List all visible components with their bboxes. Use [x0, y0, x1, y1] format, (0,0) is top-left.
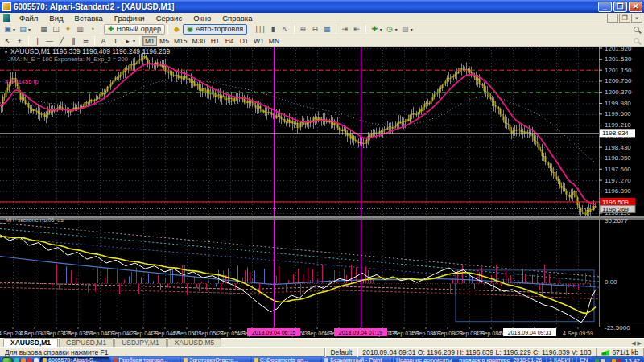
price-chart[interactable]: 1201.9201201.5301201.1501200.7601200.370…: [0, 47, 644, 338]
zoom-out-button[interactable]: ⊖: [309, 24, 321, 35]
text-label-tool-button[interactable]: T: [109, 35, 122, 46]
chart-tab-usdjpy-m1[interactable]: USDJPY,M1: [114, 338, 167, 347]
tray-icon-1[interactable]: [595, 359, 599, 362]
text-tool-button[interactable]: A: [97, 35, 109, 46]
timeframe-h4-button[interactable]: H4: [222, 36, 237, 46]
tray-icon-3[interactable]: [606, 359, 610, 362]
terminal-button[interactable]: ▥: [74, 24, 86, 35]
tab-scroll-left-button[interactable]: ◀: [631, 340, 635, 347]
tray-icon-5[interactable]: [617, 359, 621, 362]
chart-shift-button[interactable]: ⇤: [351, 24, 363, 35]
new-order-icon: ✚: [108, 24, 114, 34]
menu-вставка[interactable]: Вставка: [69, 13, 109, 23]
timeframe-w1-button[interactable]: W1: [251, 36, 266, 46]
timeframe-m15-button[interactable]: M15: [171, 36, 190, 46]
crosshair-tool-button[interactable]: +: [14, 35, 26, 46]
mdi-minimize-button[interactable]: –: [607, 14, 618, 23]
taskbar-task-button[interactable]: ЗаготовкиОтвето...: [181, 357, 250, 362]
taskbar-task-button[interactable]: Пробная торговл...: [111, 357, 180, 362]
periods-button[interactable]: ◷: [384, 24, 396, 35]
taskbar-task-button[interactable]: C:\Documents an...: [252, 357, 321, 362]
timeframe-m5-button[interactable]: M5: [157, 36, 171, 46]
dropdown-arrow-icon[interactable]: ▾: [411, 27, 415, 32]
line-chart-mode-button[interactable]: ∿: [279, 24, 291, 35]
auto-scroll-button[interactable]: ⇥: [339, 24, 351, 35]
autotrading-button[interactable]: ◉Авто-торговля: [183, 24, 247, 35]
indicators-button[interactable]: ✚: [369, 24, 381, 35]
zoom-in-button[interactable]: ⊕: [297, 24, 309, 35]
timeframe-mn-button[interactable]: MN: [266, 36, 282, 46]
autotrading-icon: ◉: [187, 24, 193, 34]
arrows-tool-button[interactable]: ▸: [122, 35, 134, 46]
tab-scroll-right-button[interactable]: ▶: [638, 340, 642, 347]
tray-icon-2[interactable]: [601, 359, 605, 362]
minimize-button[interactable]: _: [598, 2, 612, 12]
quick-launch-icon-4[interactable]: [34, 358, 39, 362]
chart-tab-bar: XAUUSD,M1GBPUSD,M1USDJPY,M1XAUUSD,M5◀▶: [0, 338, 644, 347]
horizontal-line-tool-button[interactable]: ―: [43, 35, 56, 46]
channel-tool-button[interactable]: ∥: [68, 35, 80, 46]
menu-сервис[interactable]: Сервис: [151, 13, 188, 23]
bar-chart-mode-button[interactable]: ∣∣∣: [253, 24, 267, 35]
new-chart-button[interactable]: ▣: [2, 24, 14, 35]
ask-price-value: 1196.509: [602, 199, 629, 206]
mdi-window-controls: –❐×: [607, 14, 644, 23]
timeframe-h1-button[interactable]: H1: [208, 36, 222, 46]
price-axis-label: 1197.270: [605, 177, 631, 184]
timeframe-m30-button[interactable]: M30: [190, 36, 208, 46]
candlestick-mode-button[interactable]: ▮: [267, 24, 279, 35]
task-icon: [254, 358, 258, 362]
templates-button[interactable]: ▨: [399, 24, 411, 35]
chart-tab-xauusd-m1[interactable]: XAUUSD,M1: [3, 338, 58, 347]
taskbar-task-button[interactable]: 6005570: Alpari-S...: [40, 357, 109, 362]
quick-launch-icon-2[interactable]: [21, 358, 26, 362]
market-watch-button[interactable]: ▦: [38, 24, 50, 35]
quick-launch-icon-3[interactable]: [27, 358, 32, 362]
price-axis-label: 1198.430: [605, 144, 631, 151]
price-axis-label: 1201.920: [605, 47, 632, 52]
system-tray: 13:42: [592, 356, 642, 362]
app-icon: [2, 2, 11, 11]
menu-файл[interactable]: Файл: [14, 13, 43, 23]
close-button[interactable]: ✕: [629, 2, 642, 12]
search-icon[interactable]: [634, 27, 639, 32]
search-icon-dim[interactable]: [634, 38, 639, 43]
menu-графики[interactable]: Графики: [109, 13, 151, 23]
data-window-button[interactable]: ◫: [50, 24, 62, 35]
menu-окно[interactable]: Окно: [188, 13, 217, 23]
start-button[interactable]: [2, 357, 13, 362]
dropdown-arrow-icon[interactable]: ▾: [28, 27, 32, 32]
chart-area[interactable]: 1201.9201201.5301201.1501200.7601200.370…: [0, 47, 644, 338]
taskbar-toolbar-label[interactable]: Недавние документы: [393, 357, 454, 362]
taskbar-task-button[interactable]: Безымянный - Paint: [322, 357, 391, 362]
status-profile[interactable]: Default: [325, 348, 357, 357]
fibonacci-tool-button[interactable]: ≣: [80, 35, 92, 46]
mdi-restore-button[interactable]: ❐: [619, 14, 630, 23]
timeframe-m1-button[interactable]: M1: [142, 36, 157, 46]
menu-справка[interactable]: Справка: [217, 13, 258, 23]
metaeditor-button[interactable]: ◆: [171, 24, 183, 35]
timeframe-d1-button[interactable]: D1: [237, 36, 251, 46]
sub-axis-label-1: 0.00: [605, 278, 617, 286]
dropdown-arrow-icon[interactable]: ▾: [133, 38, 137, 43]
tile-windows-button[interactable]: ▦: [321, 24, 333, 35]
taskbar-toolbar-label[interactable]: 1 КАБИН: [546, 357, 575, 362]
menu-вид[interactable]: Вид: [43, 13, 68, 23]
price-axis-label: 1196.890: [605, 187, 631, 195]
quick-launch-icon-1[interactable]: [14, 358, 19, 362]
new-order-button[interactable]: ✚Новый ордер: [104, 24, 165, 35]
trendline-tool-button[interactable]: ╱: [56, 35, 68, 46]
taskbar-toolbar-label[interactable]: EN: [576, 357, 590, 362]
mdi-close-button[interactable]: ×: [631, 14, 642, 23]
chart-tab-xauusd-m5[interactable]: XAUUSD,M5: [167, 338, 222, 347]
maximize-button[interactable]: ❐: [613, 2, 627, 12]
chart-tab-gbpusd-m1[interactable]: GBPUSD,M1: [59, 338, 114, 347]
strategy-tester-button[interactable]: ◔: [86, 24, 98, 35]
navigator-button[interactable]: ✦: [62, 24, 74, 35]
sub-axis-label-0: 30.2677: [605, 217, 628, 224]
taskbar-toolbar-label[interactable]: порядок в квартире_2018-01-26: [456, 357, 544, 362]
tray-icon-4[interactable]: [612, 359, 616, 362]
cursor-tool-button[interactable]: ↖: [2, 35, 14, 46]
profiles-button[interactable]: ▤: [17, 24, 29, 35]
vertical-line-tool-button[interactable]: ∣: [31, 35, 43, 46]
